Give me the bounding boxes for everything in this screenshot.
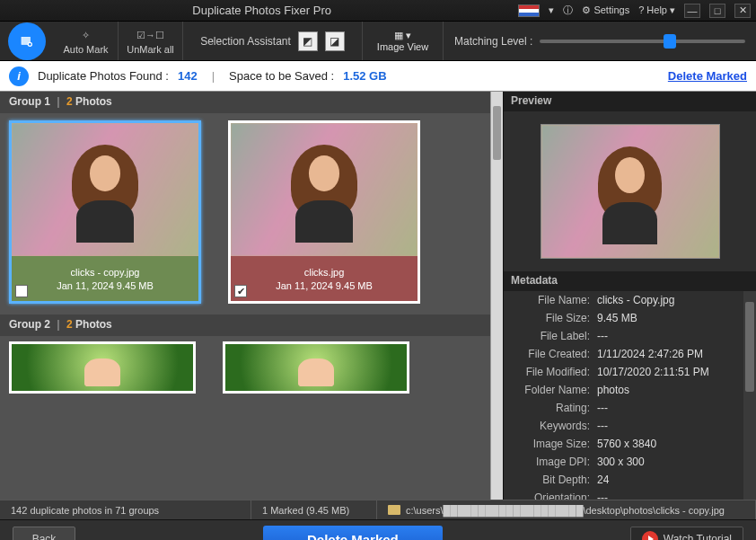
results-panel: Group 1 | 2 Photos clicks - copy.jpg Jan… (0, 92, 503, 500)
found-count: 142 (178, 69, 198, 83)
metadata-key: Keywords: (511, 420, 597, 432)
play-icon (642, 531, 658, 540)
preview-box (504, 111, 756, 271)
status-duplicates: 142 duplicate photos in 71 groups (0, 500, 251, 519)
metadata-value: 9.45 MB (597, 312, 637, 324)
maximize-button[interactable]: □ (709, 4, 725, 18)
info-badge-icon: i (9, 66, 29, 86)
metadata-row: Orientation:--- (504, 489, 756, 500)
metadata-row: Image DPI:300 x 300 (504, 453, 756, 471)
slider-thumb[interactable] (664, 34, 676, 49)
metadata-row: File Modified:10/17/2020 2:11:51 PM (504, 363, 756, 381)
metadata-key: File Created: (511, 348, 597, 360)
metadata-key: Rating: (511, 402, 597, 414)
preview-image[interactable] (541, 124, 720, 259)
metadata-key: Image DPI: (511, 456, 597, 468)
status-marked: 1 Marked (9.45 MB) (251, 500, 377, 519)
metadata-key: File Modified: (511, 366, 597, 378)
photo-thumbnail[interactable] (223, 341, 409, 394)
select-mode-b-button[interactable]: ◪ (325, 31, 345, 51)
metadata-value: clicks - Copy.jpg (597, 294, 674, 306)
metadata-key: File Name: (511, 294, 597, 306)
svg-point-2 (29, 43, 31, 46)
metadata-value: photos (597, 384, 629, 396)
photo-checkbox[interactable] (15, 285, 28, 297)
info-icon[interactable]: ⓘ (563, 4, 573, 17)
metadata-row: Rating:--- (504, 399, 756, 417)
metadata-scrollbar[interactable] (743, 291, 756, 500)
matching-level: Matching Level : (444, 22, 756, 60)
toolbar: ✧ Auto Mark ☑→☐ UnMark all Selection Ass… (0, 22, 756, 61)
photo-filename: clicks - copy.jpg (71, 267, 140, 278)
photo-checkbox[interactable]: ✔ (234, 285, 247, 297)
preview-panel: Preview Metadata File Name:clicks - Copy… (503, 92, 756, 500)
status-path: c:\users\████████████████████\desktop\ph… (377, 500, 756, 519)
metadata-value: --- (597, 491, 608, 500)
selection-assistant: Selection Assistant ◩ ◪ (183, 22, 363, 60)
scrollbar-thumb[interactable] (493, 106, 501, 160)
close-button[interactable]: ✕ (734, 4, 751, 18)
titlebar-dropdown-icon[interactable]: ▾ (549, 4, 554, 16)
metadata-list: File Name:clicks - Copy.jpgFile Size:9.4… (504, 291, 756, 500)
metadata-row: File Name:clicks - Copy.jpg (504, 291, 756, 309)
metadata-key: Folder Name: (511, 384, 597, 396)
image-view-button[interactable]: ▦ ▾ Image View (363, 22, 444, 60)
photo-meta: Jan 11, 2024 9.45 MB (276, 280, 373, 291)
language-flag-icon[interactable] (518, 4, 540, 17)
photo-meta: Jan 11, 2024 9.45 MB (57, 280, 154, 291)
unmark-all-button[interactable]: ☑→☐ UnMark all (119, 22, 183, 60)
metadata-row: File Created:1/11/2024 2:47:26 PM (504, 345, 756, 363)
help-button[interactable]: ? Help ▾ (638, 4, 675, 16)
photo-card[interactable]: clicks.jpg Jan 11, 2024 9.45 MB ✔ (228, 120, 420, 304)
metadata-value: 1/11/2024 2:47:26 PM (597, 348, 703, 360)
preview-header: Preview (504, 92, 756, 111)
select-mode-a-button[interactable]: ◩ (298, 31, 318, 51)
photo-thumbnail[interactable] (9, 341, 196, 394)
metadata-header: Metadata (504, 271, 756, 291)
metadata-value: 24 (597, 474, 609, 486)
back-button[interactable]: Back (13, 527, 75, 540)
group-row (9, 341, 503, 399)
matching-level-label: Matching Level : (454, 35, 532, 48)
matching-level-slider[interactable] (540, 40, 745, 43)
metadata-value: 300 x 300 (597, 456, 645, 468)
metadata-row: Keywords:--- (504, 417, 756, 435)
metadata-value: --- (597, 330, 608, 342)
metadata-key: File Size: (511, 312, 597, 324)
titlebar: Duplicate Photos Fixer Pro ▾ ⓘ ⚙ Setting… (0, 0, 756, 22)
minimize-button[interactable]: — (684, 4, 700, 18)
photo-thumbnail[interactable] (231, 123, 418, 256)
app-title: Duplicate Photos Fixer Pro (192, 4, 331, 17)
image-view-label: Image View (377, 41, 428, 52)
metadata-key: File Label: (511, 330, 597, 342)
metadata-value: 10/17/2020 2:11:51 PM (597, 366, 709, 378)
metadata-row: Image Size:5760 x 3840 (504, 435, 756, 453)
metadata-key: Bit Depth: (511, 474, 597, 486)
space-value: 1.52 GB (343, 69, 386, 83)
metadata-row: Bit Depth:24 (504, 471, 756, 489)
delete-marked-button[interactable]: Delete Marked (263, 526, 443, 540)
metadata-value: 5760 x 3840 (597, 438, 656, 450)
uncheck-icon: ☑→☐ (136, 28, 164, 44)
space-label: Space to be Saved : (229, 69, 334, 83)
group-header: Group 1 | 2 Photos (0, 92, 503, 113)
group-row: clicks - copy.jpg Jan 11, 2024 9.45 MB c… (9, 120, 503, 309)
settings-button[interactable]: ⚙ Settings (582, 4, 629, 16)
group-header: Group 2 | 2 Photos (0, 314, 503, 336)
photo-gear-icon (20, 34, 34, 49)
status-bar: 142 duplicate photos in 71 groups 1 Mark… (0, 500, 756, 519)
unmark-all-label: UnMark all (127, 44, 174, 55)
metadata-value: --- (597, 420, 608, 432)
metadata-value: --- (597, 402, 608, 414)
metadata-key: Image Size: (511, 438, 597, 450)
watch-tutorial-button[interactable]: Watch Tutorial (630, 527, 743, 540)
wand-icon: ✧ (82, 28, 90, 44)
metadata-row: File Label:--- (504, 327, 756, 345)
photo-card[interactable]: clicks - copy.jpg Jan 11, 2024 9.45 MB (9, 120, 201, 304)
delete-marked-link[interactable]: Delete Marked (668, 69, 747, 83)
info-bar: i Duplicate Photos Found : 142 | Space t… (0, 61, 756, 92)
photo-thumbnail[interactable] (12, 123, 198, 256)
results-scrollbar[interactable] (490, 92, 503, 500)
auto-mark-button[interactable]: ✧ Auto Mark (54, 22, 119, 60)
folder-icon (388, 505, 400, 515)
